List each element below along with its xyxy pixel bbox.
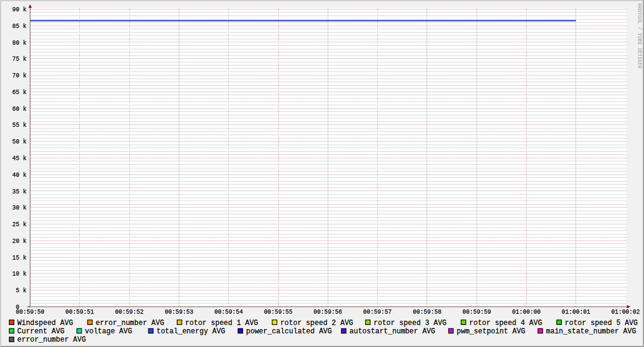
svg-text:80 k: 80 k: [12, 40, 26, 46]
svg-text:55 k: 55 k: [12, 122, 26, 129]
svg-text:90 k: 90 k: [12, 7, 26, 13]
svg-text:rotor speed 5 AVG: rotor speed 5 AVG: [565, 319, 637, 327]
svg-text:00:59:51: 00:59:51: [66, 309, 94, 315]
svg-text:Windspeed AVG: Windspeed AVG: [17, 319, 73, 327]
svg-text:Current AVG: Current AVG: [17, 327, 64, 336]
svg-text:00:59:53: 00:59:53: [164, 309, 193, 315]
svg-text:01:00:00: 01:00:00: [512, 309, 540, 315]
svg-text:25 k: 25 k: [12, 221, 26, 228]
svg-text:00:59:59: 00:59:59: [462, 309, 491, 315]
svg-text:00:59:56: 00:59:56: [313, 309, 342, 315]
svg-text:40 k: 40 k: [12, 172, 26, 179]
svg-text:70 k: 70 k: [12, 73, 26, 79]
svg-text:error_number AVG: error_number AVG: [17, 336, 86, 344]
svg-text:00:59:54: 00:59:54: [214, 309, 243, 315]
svg-text:autostart_number AVG: autostart_number AVG: [350, 327, 435, 336]
svg-text:10 k: 10 k: [12, 271, 26, 277]
svg-text:15 k: 15 k: [12, 255, 26, 261]
svg-text:rotor speed 1 AVG: rotor speed 1 AVG: [185, 319, 258, 327]
svg-text:65 k: 65 k: [12, 89, 26, 96]
svg-text:rotor speed 4 AVG: rotor speed 4 AVG: [469, 319, 542, 327]
svg-text:00:59:52: 00:59:52: [115, 309, 144, 315]
svg-text:error_number AVG: error_number AVG: [96, 319, 164, 327]
svg-text:20 k: 20 k: [12, 238, 26, 245]
svg-text:60 k: 60 k: [12, 106, 26, 112]
svg-text:5 k: 5 k: [15, 287, 26, 294]
svg-text:45 k: 45 k: [12, 155, 26, 162]
svg-text:voltage AVG: voltage AVG: [85, 327, 132, 336]
svg-text:75 k: 75 k: [12, 56, 26, 62]
svg-text:00:59:55: 00:59:55: [264, 309, 293, 315]
svg-text:00:59:58: 00:59:58: [413, 309, 441, 315]
svg-text:35 k: 35 k: [12, 189, 26, 195]
svg-text:50 k: 50 k: [12, 139, 26, 145]
svg-text:main_state_number AVG: main_state_number AVG: [546, 327, 636, 336]
svg-text:30 k: 30 k: [12, 205, 26, 211]
svg-text:00:59:50: 00:59:50: [15, 309, 44, 315]
svg-text:pwm_setpoint AVG: pwm_setpoint AVG: [457, 327, 525, 336]
svg-text:rotor speed 2 AVG: rotor speed 2 AVG: [280, 319, 353, 327]
svg-text:RRDTOOL / TOBI OETIKER: RRDTOOL / TOBI OETIKER: [637, 4, 642, 69]
svg-text:00:59:57: 00:59:57: [363, 309, 392, 315]
svg-text:01:00:01: 01:00:01: [562, 309, 590, 315]
svg-text:total_energy AVG: total_energy AVG: [157, 327, 225, 336]
svg-text:01:00:02: 01:00:02: [611, 309, 640, 315]
svg-text:rotor speed 3 AVG: rotor speed 3 AVG: [374, 319, 446, 327]
svg-text:power_calculated AVG: power_calculated AVG: [246, 327, 332, 336]
svg-text:85 k: 85 k: [12, 23, 26, 30]
